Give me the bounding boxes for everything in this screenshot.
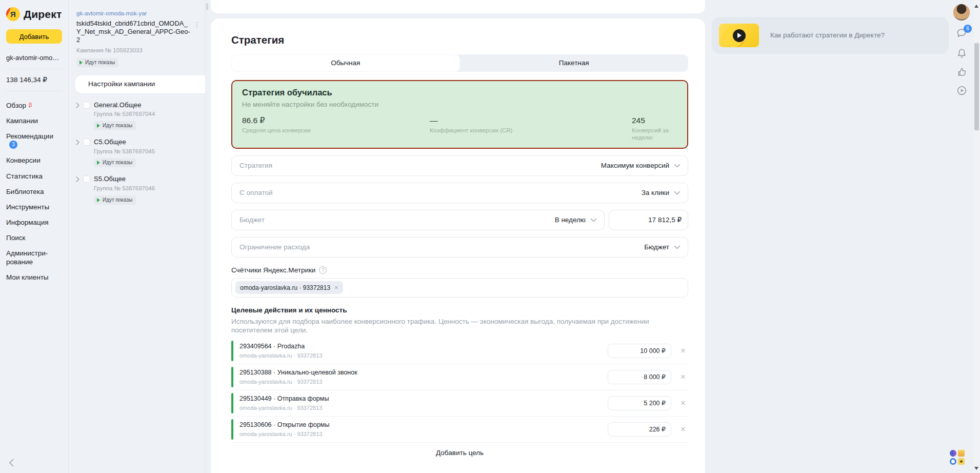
scroll-up-arrow-icon[interactable]: [974, 5, 978, 8]
panel-resize-handle[interactable]: [206, 3, 208, 10]
chevron-down-icon: [674, 164, 681, 168]
extension-icon[interactable]: [950, 458, 956, 465]
field-label: Ограничение расхода: [239, 243, 644, 251]
spend-limit-select[interactable]: Ограничение расхода Бюджет: [231, 237, 688, 258]
add-button[interactable]: Добавить: [6, 29, 62, 44]
chevron-right-icon[interactable]: [76, 140, 79, 145]
nav-label: Конверсии: [6, 156, 41, 164]
goal-source: omoda-yaroslavka.ru · 93372813: [239, 405, 608, 411]
stat-avg-conversion-price: 86.6 ₽ Средняя цена конверсии: [242, 116, 430, 142]
remove-goal-icon[interactable]: ×: [678, 372, 688, 382]
chevron-right-icon[interactable]: [76, 176, 79, 182]
remove-goal-icon[interactable]: ×: [678, 346, 688, 356]
collapse-sidebar-button[interactable]: [7, 457, 16, 469]
nav-item-information[interactable]: Информация: [6, 215, 62, 230]
nav-item-my-clients[interactable]: Мои клиенты: [6, 270, 62, 285]
bell-icon: [956, 47, 968, 60]
goal-source: omoda-yaroslavka.ru · 93372813: [239, 352, 608, 359]
nav-item-statistics[interactable]: Статистика: [6, 169, 62, 184]
play-status-icon: [97, 161, 100, 165]
payment-select[interactable]: С оплатой За клики: [231, 183, 688, 203]
chat-unread-badge: 6: [964, 25, 972, 33]
group-name[interactable]: S5.Общее: [94, 175, 155, 183]
goal-name: 295130449 · Отправка формы: [239, 395, 608, 403]
nav-item-conversions[interactable]: Конверсии: [6, 153, 62, 168]
play-icon: [733, 29, 746, 42]
help-question-icon[interactable]: ?: [319, 266, 327, 274]
notifications-button[interactable]: [956, 47, 968, 60]
feedback-button[interactable]: [956, 66, 968, 78]
nav-item-library[interactable]: Библиотека: [6, 184, 62, 200]
nav-item-recommendations[interactable]: Рекомендации3: [6, 129, 62, 153]
account-login[interactable]: gk-avtomir-omo…: [6, 54, 62, 62]
chevron-right-icon[interactable]: [76, 103, 79, 108]
alert-title: Стратегия обучилась: [242, 88, 677, 98]
nav-item-campaigns[interactable]: Кампании: [6, 113, 62, 129]
nav-item-administration[interactable]: Администри-рование: [6, 246, 62, 269]
more-actions-icon[interactable]: ⋮: [193, 21, 201, 29]
video-help-button[interactable]: [956, 85, 968, 96]
yandex-logo-icon: Я: [6, 7, 20, 21]
page-title: Стратегия: [231, 34, 688, 47]
tab-package[interactable]: Пакетная: [460, 54, 689, 72]
user-avatar[interactable]: [953, 4, 970, 21]
remove-goal-icon[interactable]: ×: [678, 424, 688, 435]
goals-list: 293409564 · Prodazha omoda-yaroslavka.ru…: [231, 338, 688, 443]
counter-chip[interactable]: omoda-yaroslavka.ru · 93372813 ×: [235, 281, 343, 294]
campaign-name[interactable]: tskid54tskid_cbrid671cbrid_OMODA_Y_Net_m…: [76, 19, 191, 44]
goal-active-indicator: [231, 341, 233, 361]
campaign-sidebar: gk-avtomir-omoda-msk-yar tskid54tskid_cb…: [69, 0, 205, 473]
strategy-video-promo[interactable]: Как работают стратегии в Директе?: [712, 17, 949, 54]
goal-value-input[interactable]: 8 000 ₽: [608, 370, 671, 384]
goal-active-indicator: [231, 393, 233, 413]
right-icon-rail: 6: [953, 4, 970, 96]
remove-counter-icon[interactable]: ×: [334, 284, 338, 292]
extension-icon[interactable]: [958, 458, 965, 465]
add-goal-button[interactable]: Добавить цель: [231, 443, 688, 463]
nav-item-overview[interactable]: Обзорβ: [6, 98, 62, 113]
nav-label: Инструменты: [6, 203, 49, 211]
campaign-settings-item[interactable]: Настройки кампании: [75, 75, 205, 93]
metrika-counters-input[interactable]: omoda-yaroslavka.ru · 93372813 ×: [231, 278, 688, 298]
goal-value-input[interactable]: 10 000 ₽: [608, 344, 671, 358]
goal-name: 295130388 · Уникально-целевой звонок: [239, 369, 608, 377]
chat-button[interactable]: 6: [955, 27, 968, 39]
scroll-down-arrow-icon[interactable]: [974, 467, 978, 470]
strategy-select[interactable]: Стратегия Максимум конверсий: [231, 155, 688, 176]
yandex-direct-logo[interactable]: Я Директ: [6, 7, 62, 21]
tab-regular[interactable]: Обычная: [231, 54, 460, 72]
group-checkbox[interactable]: [83, 102, 90, 109]
campaign-number: Кампания № 105923033: [76, 47, 197, 54]
nav-item-search[interactable]: Поиск: [6, 230, 62, 246]
stat-value: —: [430, 116, 632, 126]
goal-value-input[interactable]: 226 ₽: [608, 422, 671, 437]
budget-period-select[interactable]: Бюджет В неделю: [231, 210, 605, 230]
stat-value: 86.6 ₽: [242, 116, 430, 126]
field-value: За клики: [642, 189, 669, 197]
extension-icon[interactable]: [950, 450, 956, 457]
goal-value-input[interactable]: 5 200 ₽: [608, 396, 671, 410]
play-status-icon: [97, 198, 100, 202]
group-number: Группа № 5387697045: [94, 148, 155, 155]
group-checkbox[interactable]: [83, 139, 90, 146]
status-text: Идут показы: [103, 123, 132, 129]
primary-sidebar: Я Директ Добавить gk-avtomir-omo… 138 14…: [0, 0, 69, 473]
page-scrollbar[interactable]: [973, 0, 980, 473]
group-status-badge: Идут показы: [94, 195, 136, 205]
budget-amount-input[interactable]: 17 812,5 ₽: [609, 210, 688, 230]
nav-item-tools[interactable]: Инструменты: [6, 200, 62, 215]
goals-section-description: Используются для подбора наиболее конвер…: [231, 317, 688, 334]
divider: [6, 91, 62, 91]
group-checkbox[interactable]: [83, 175, 90, 183]
remove-goal-icon[interactable]: ×: [678, 398, 688, 408]
campaign-account-link[interactable]: gk-avtomir-omoda-msk-yar: [76, 10, 197, 17]
group-name[interactable]: General.Общее: [94, 101, 155, 109]
alert-subtitle: Не меняйте настройки без необходимости: [242, 101, 677, 109]
group-status-badge: Идут показы: [94, 158, 136, 167]
group-name[interactable]: C5.Общее: [94, 138, 155, 146]
scrollbar-thumb[interactable]: [974, 43, 979, 130]
extension-icon[interactable]: [958, 450, 965, 457]
metrika-counters-label: Счётчики Яндекс.Метрики: [231, 266, 315, 274]
field-value: Бюджет: [644, 243, 669, 251]
goal-row: 293409564 · Prodazha omoda-yaroslavka.ru…: [231, 338, 688, 364]
